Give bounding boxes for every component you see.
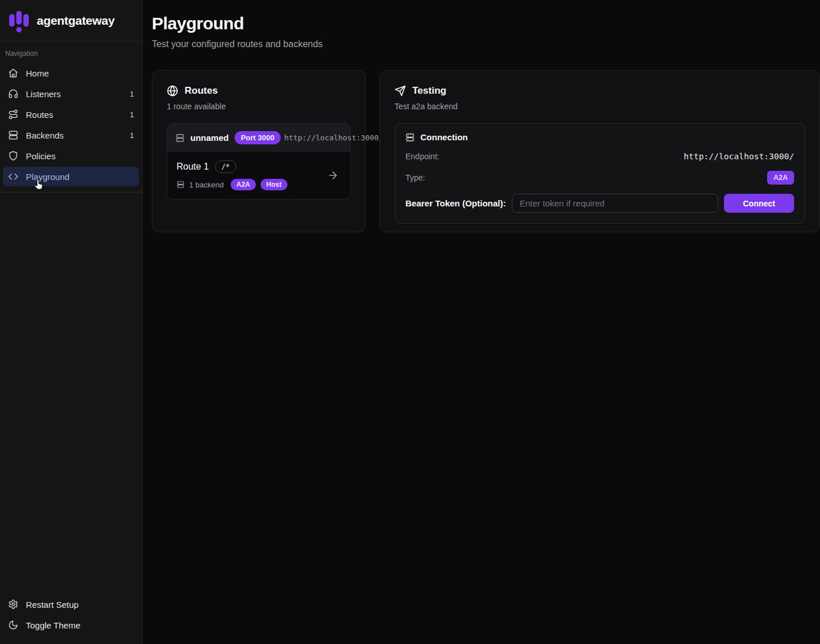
connection-header: Connection (405, 132, 794, 142)
sidebar-footer: Restart Setup Toggle Theme (0, 595, 142, 644)
routes-card-header: Routes (167, 85, 351, 97)
sidebar-item-label: Home (26, 68, 49, 78)
toggle-theme-button[interactable]: Toggle Theme (3, 615, 139, 635)
sidebar-item-label: Listeners (26, 89, 61, 99)
port-badge: Port 3000 (235, 131, 281, 144)
route-badge-host: Host (260, 179, 288, 190)
type-badge: A2A (767, 171, 794, 185)
route-row[interactable]: Route 1 /* 1 backend A2A Host (167, 152, 350, 199)
testing-card-title: Testing (412, 85, 446, 97)
endpoint-label: Endpoint: (405, 152, 439, 161)
server-icon (177, 181, 185, 189)
nav-section-label: Navigation (3, 48, 139, 63)
endpoint-row: Endpoint: http://localhost:3000/ (405, 150, 794, 163)
type-label: Type: (405, 173, 425, 182)
listener-name: unnamed (190, 133, 229, 143)
endpoint-value: http://localhost:3000/ (684, 152, 794, 161)
type-row: Type: A2A (405, 171, 794, 185)
shield-icon (8, 151, 18, 161)
testing-card-header: Testing (394, 85, 805, 97)
server-icon (175, 133, 185, 143)
brand-header: agentgateway (0, 0, 142, 41)
routes-card-title: Routes (185, 85, 218, 97)
sidebar-item-label: Backends (26, 131, 64, 140)
backend-count: 1 backend (189, 181, 224, 189)
connection-box: Connection Endpoint: http://localhost:30… (394, 123, 805, 224)
connection-title: Connection (420, 132, 468, 142)
toggle-theme-label: Toggle Theme (26, 620, 81, 630)
bearer-token-label: Bearer Token (Optional): (405, 198, 506, 208)
sidebar-item-policies[interactable]: Policies (3, 146, 139, 166)
token-row: Bearer Token (Optional): Connect (405, 194, 794, 213)
gear-icon (8, 599, 18, 610)
listener-box: unnamed Port 3000 http://localhost:3000/… (167, 123, 351, 200)
bearer-token-input[interactable] (512, 194, 718, 213)
sidebar-item-listeners[interactable]: Listeners 1 (3, 84, 139, 103)
testing-card-subtitle: Test a2a backend (394, 102, 805, 111)
sidebar-nav: Navigation Home Listeners 1 Routes 1 (0, 41, 142, 193)
route-icon (8, 109, 18, 120)
connect-button[interactable]: Connect (724, 194, 794, 213)
routes-card: Routes 1 route available unnamed Port 30… (152, 70, 366, 232)
page-subtitle: Test your configured routes and backends (152, 39, 820, 49)
routes-card-subtitle: 1 route available (167, 102, 351, 111)
sidebar-item-count: 1 (130, 131, 134, 140)
testing-card: Testing Test a2a backend Connection Endp… (380, 70, 820, 232)
listener-url: http://localhost:3000/ (284, 133, 383, 142)
restart-setup-label: Restart Setup (26, 600, 79, 610)
sidebar-item-label: Routes (26, 110, 53, 120)
server-icon (8, 130, 18, 140)
sidebar-item-count: 1 (130, 90, 134, 98)
sidebar-item-playground[interactable]: Playground (3, 167, 139, 186)
arrow-right-icon (327, 170, 339, 181)
sidebar-item-label: Policies (26, 151, 56, 161)
cards-row: Routes 1 route available unnamed Port 30… (152, 70, 820, 232)
code-icon (8, 171, 18, 182)
sidebar-item-routes[interactable]: Routes 1 (3, 105, 139, 124)
sidebar-item-count: 1 (130, 110, 134, 119)
listener-header: unnamed Port 3000 http://localhost:3000/ (167, 124, 350, 152)
home-icon (8, 68, 18, 78)
page-title: Playground (152, 14, 820, 33)
server-icon (405, 133, 415, 142)
headphones-icon (8, 89, 18, 99)
moon-icon (8, 620, 18, 630)
sidebar-item-backends[interactable]: Backends 1 (3, 125, 139, 145)
route-info: Route 1 /* 1 backend A2A Host (177, 160, 288, 190)
sidebar-item-home[interactable]: Home (3, 63, 139, 83)
agentgateway-logo-icon (8, 9, 30, 33)
globe-icon (167, 85, 178, 97)
brand-name: agentgateway (37, 14, 114, 28)
route-name: Route 1 (177, 162, 209, 172)
sidebar: agentgateway Navigation Home Listeners 1… (0, 0, 143, 644)
main-content: Playground Test your configured routes a… (143, 0, 820, 644)
restart-setup-button[interactable]: Restart Setup (3, 595, 139, 614)
route-path-badge: /* (215, 160, 236, 173)
sidebar-item-label: Playground (26, 172, 70, 182)
send-icon (394, 85, 406, 97)
nav-divider (0, 192, 142, 193)
route-badge-a2a: A2A (231, 179, 256, 190)
